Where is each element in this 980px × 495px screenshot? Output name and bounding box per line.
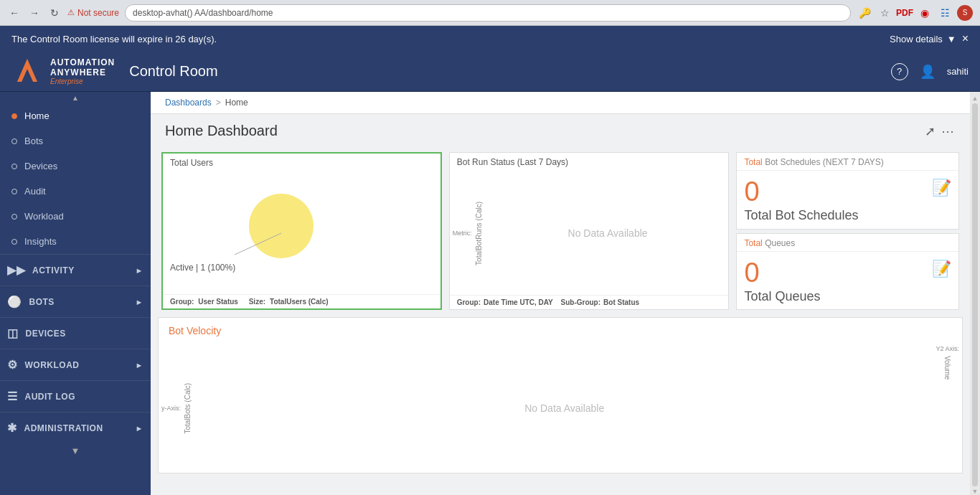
y-axis-container: y-Axis: TotalBots (Calc) (159, 344, 196, 473)
sidebar-item-insights[interactable]: Insights (0, 229, 151, 254)
svg-marker-1 (17, 59, 27, 82)
total-bot-schedules-widget: Total Bot Schedules (NEXT 7 DAYS) 0 Tota… (736, 152, 959, 230)
bots-chevron-icon: ► (136, 298, 143, 306)
logo-icon (11, 56, 43, 88)
sidebar-item-workload[interactable]: Workload (0, 204, 151, 229)
address-bar[interactable]: desktop-avhat() AA/dashboard/home (125, 4, 851, 22)
bot-run-footer: Group: Date Time UTC, DAY Sub-Group: Bot… (450, 295, 729, 309)
y-axis-prefix: y-Axis: (161, 405, 181, 412)
sidebar-insights-label: Insights (24, 236, 57, 247)
size-label: Size: (249, 298, 265, 306)
queues-label: Total Queues (744, 289, 951, 304)
total-queues-title: Total Queues (737, 234, 958, 251)
bots-section-label: BOTS (29, 297, 55, 307)
key-icon[interactable]: 🔑 (857, 5, 872, 21)
grid-icon[interactable]: ☷ (937, 5, 953, 21)
pdf-icon[interactable]: PDF (897, 5, 913, 21)
y2-axis-label: Volume (942, 352, 953, 383)
app-title: Control Room (129, 63, 890, 80)
audit-dot (11, 189, 17, 194)
y-axis-container: Metric: TotalBotRuns (Calc) (450, 171, 487, 295)
audit-log-icon: ☰ (7, 390, 18, 403)
subgroup-label: Sub-Group: (561, 298, 601, 306)
subgroup-value: Bot Status (603, 298, 639, 306)
workload-section-label: WORKLOAD (25, 360, 80, 370)
size-value: TotalUsers (Calc) (270, 298, 329, 306)
breadcrumb-separator: > (216, 98, 221, 108)
pie-connector (235, 230, 292, 258)
browser-actions: 🔑 ☆ PDF ◉ ☷ S (857, 5, 973, 21)
bot-velocity-header: Bot Velocity (159, 318, 962, 344)
expand-icon[interactable]: ➚ (925, 123, 936, 139)
show-details-button[interactable]: Show details ▼ (890, 34, 956, 44)
bot-run-status-widget: Bot Run Status (Last 7 Days) Metric: Tot… (449, 152, 730, 310)
app-header: AUTOMATION ANYWHERE Enterprise Control R… (0, 52, 980, 92)
group-value: Date Time UTC, DAY (484, 298, 553, 306)
schedules-count: 0 (744, 178, 951, 205)
schedules-widget-icon: 📝 (932, 179, 951, 197)
close-license-bar-button[interactable]: × (962, 32, 969, 45)
users-chart-area: Active | 1 (100%) (163, 172, 440, 294)
y-axis-label: TotalBotRuns (Calc) (473, 198, 484, 269)
sidebar-audit-label: Audit (24, 186, 46, 197)
sidebar-section-bots[interactable]: ⚪ BOTS ► (0, 286, 151, 317)
vertical-scrollbar[interactable]: ▲ ▼ (970, 92, 980, 495)
sidebar-devices-label: Devices (24, 161, 57, 171)
sidebar-section-audit-log[interactable]: ☰ AUDIT LOG (0, 380, 151, 412)
help-icon[interactable]: ? (891, 63, 908, 80)
more-options-icon[interactable]: ⋯ (941, 123, 956, 139)
user-profile-icon[interactable]: 👤 (920, 64, 936, 80)
devices-section-label: DEVICES (26, 329, 66, 339)
home-dot (11, 113, 17, 119)
velocity-y-axis-label: TotalBots (Calc) (182, 380, 193, 438)
devices-dot (11, 164, 17, 169)
divider (737, 170, 958, 171)
scroll-down-arrow[interactable]: ▼ (972, 488, 979, 495)
bot-run-no-data: No Data Available (487, 171, 729, 295)
bot-run-header: Bot Run Status (Last 7 Days) (450, 153, 729, 171)
workload-section-icon: ⚙ (7, 358, 18, 372)
breadcrumb: Dashboards > Home (151, 92, 970, 114)
back-button[interactable]: ← (7, 6, 22, 20)
security-warning: ⚠ Not secure (67, 8, 119, 18)
username-label: sahiti (947, 66, 969, 77)
sidebar-item-bots[interactable]: Bots (0, 128, 151, 154)
browser-bar: ← → ↻ ⚠ Not secure desktop-avhat() AA/da… (0, 0, 980, 26)
reload-button[interactable]: ↻ (47, 6, 62, 20)
sidebar-item-home[interactable]: Home (0, 103, 151, 128)
activity-chevron-icon: ► (136, 266, 143, 275)
bot-velocity-widget: Bot Velocity y-Axis: TotalBots (Calc) No… (158, 317, 963, 473)
breadcrumb-home: Home (225, 98, 248, 108)
total-queues-widget: Total Queues 0 Total Queues 📝 (736, 233, 959, 311)
scroll-up-arrow[interactable]: ▲ (972, 95, 979, 102)
shield-icon[interactable]: ◉ (917, 5, 933, 21)
sidebar: ▲ Home Bots Devices Audit Workload (0, 92, 151, 495)
velocity-no-data: No Data Available (196, 344, 933, 473)
sidebar-item-audit[interactable]: Audit (0, 179, 151, 204)
administration-label: ADMINISTRATION (24, 423, 103, 433)
sidebar-section-administration[interactable]: ✱ ADMINISTRATION ► (0, 412, 151, 443)
content-area: Dashboards > Home Home Dashboard ➚ ⋯ Tot… (151, 92, 970, 495)
sidebar-section-workload[interactable]: ⚙ WORKLOAD ► (0, 349, 151, 380)
y2-axis-container: Y2 Axis: Volume (933, 344, 962, 473)
queues-widget-icon: 📝 (932, 260, 951, 278)
sidebar-section-activity[interactable]: ▶▶ ACTIVITY ► (0, 254, 151, 286)
queues-body: 0 Total Queues (737, 255, 958, 310)
activity-icon: ▶▶ (7, 263, 25, 277)
group-label: Group: (457, 298, 481, 306)
sidebar-bots-label: Bots (24, 136, 43, 146)
breadcrumb-dashboards-link[interactable]: Dashboards (165, 98, 212, 108)
license-message: The Control Room license will expire in … (11, 34, 217, 44)
forward-button[interactable]: → (27, 6, 42, 20)
total-bot-schedules-title: Total Bot Schedules (NEXT 7 DAYS) (737, 153, 958, 170)
svg-line-2 (235, 233, 281, 255)
user-avatar[interactable]: S (957, 5, 973, 21)
star-icon[interactable]: ☆ (877, 5, 892, 21)
logo-text: AUTOMATION ANYWHERE Enterprise (50, 57, 115, 85)
group-label: Group: (170, 298, 194, 306)
sidebar-section-devices[interactable]: ◫ DEVICES (0, 317, 151, 349)
workload-dot (11, 214, 17, 220)
bots-dot (11, 138, 17, 144)
sidebar-item-devices[interactable]: Devices (0, 154, 151, 179)
sidebar-workload-label: Workload (24, 211, 64, 222)
